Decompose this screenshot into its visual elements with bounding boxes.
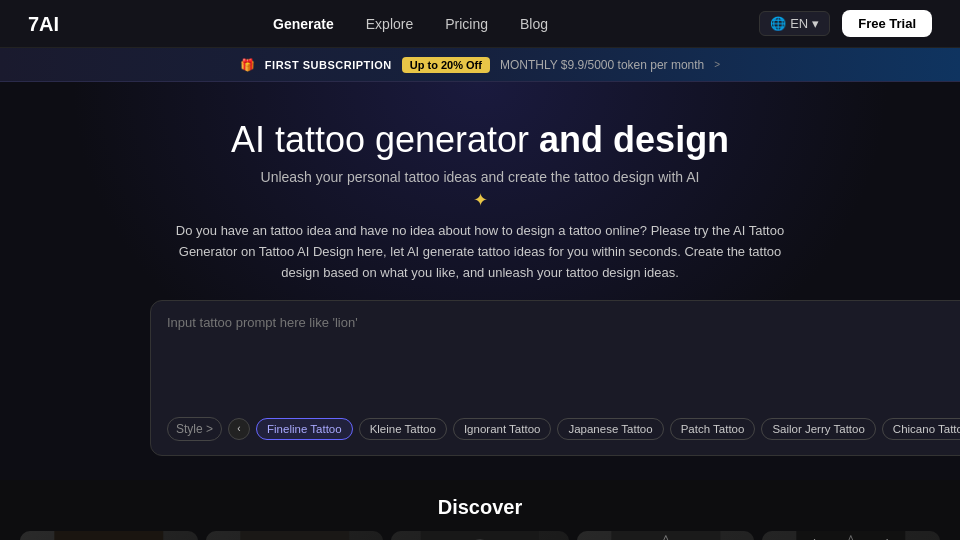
tattoo-woman-svg bbox=[577, 531, 755, 540]
chip-japanese[interactable]: Japanese Tattoo bbox=[557, 418, 663, 440]
tattoo-floral-arm-svg bbox=[206, 531, 384, 540]
tattoo-floral-back-svg bbox=[20, 531, 198, 540]
chip-ignorant[interactable]: Ignorant Tattoo bbox=[453, 418, 552, 440]
logo[interactable]: 7AI bbox=[28, 11, 62, 37]
globe-icon: 🌐 bbox=[770, 16, 786, 31]
nav-explore[interactable]: Explore bbox=[366, 16, 413, 32]
nav-generate[interactable]: Generate bbox=[273, 16, 334, 32]
style-chips-row: Style > ‹ Fineline Tattoo Kleine Tattoo … bbox=[167, 417, 960, 441]
lang-label: EN bbox=[790, 16, 808, 31]
tattoo-prompt-input[interactable] bbox=[167, 315, 960, 405]
sparkle-icon: ✦ bbox=[20, 189, 940, 211]
navbar: 7AI Generate Explore Pricing Blog 🌐 EN ▾… bbox=[0, 0, 960, 48]
gift-icon: 🎁 bbox=[240, 58, 255, 72]
svg-text:7AI: 7AI bbox=[28, 13, 59, 35]
chip-sailor-jerry[interactable]: Sailor Jerry Tattoo bbox=[761, 418, 875, 440]
promo-discount-badge: Up to 20% Off bbox=[402, 57, 490, 73]
svg-rect-26 bbox=[421, 531, 539, 540]
chip-fineline[interactable]: Fineline Tattoo bbox=[256, 418, 353, 440]
promo-chevron-icon: > bbox=[714, 59, 720, 70]
svg-rect-14 bbox=[240, 531, 349, 540]
promo-monthly-text: MONTHLY $9.9/5000 token per month bbox=[500, 58, 704, 72]
svg-rect-1 bbox=[54, 531, 163, 540]
promo-banner[interactable]: 🎁 FIRST SUBSCRIPTION Up to 20% Off MONTH… bbox=[0, 48, 960, 82]
hero-description: Do you have an tattoo idea and have no i… bbox=[160, 221, 800, 283]
nav-links: Generate Explore Pricing Blog bbox=[273, 16, 548, 32]
gallery-grid bbox=[20, 531, 940, 540]
hero-title: AI tattoo generator and design bbox=[20, 118, 940, 161]
nav-right: 🌐 EN ▾ Free Trial bbox=[759, 10, 932, 37]
discover-section: Discover bbox=[0, 480, 960, 540]
hero-section: AI tattoo generator and design Unleash y… bbox=[0, 82, 960, 480]
chip-kleine[interactable]: Kleine Tattoo bbox=[359, 418, 447, 440]
gallery-item-2[interactable] bbox=[206, 531, 384, 540]
nav-pricing[interactable]: Pricing bbox=[445, 16, 488, 32]
generator-panel: Style > ‹ Fineline Tattoo Kleine Tattoo … bbox=[150, 300, 810, 456]
tattoo-bull-svg bbox=[762, 531, 940, 540]
free-trial-button[interactable]: Free Trial bbox=[842, 10, 932, 37]
logo-icon: 7AI bbox=[28, 11, 62, 37]
hero-subtitle: Unleash your personal tattoo ideas and c… bbox=[20, 169, 940, 185]
nav-blog[interactable]: Blog bbox=[520, 16, 548, 32]
style-label[interactable]: Style > bbox=[167, 417, 222, 441]
tattoo-mandala-svg bbox=[391, 531, 569, 540]
gallery-item-3[interactable] bbox=[391, 531, 569, 540]
gallery-item-4[interactable] bbox=[577, 531, 755, 540]
gallery-item-1[interactable] bbox=[20, 531, 198, 540]
gallery-item-5[interactable] bbox=[762, 531, 940, 540]
prompt-input-area: Style > ‹ Fineline Tattoo Kleine Tattoo … bbox=[150, 300, 960, 456]
chip-patch[interactable]: Patch Tattoo bbox=[670, 418, 756, 440]
chips-prev-button[interactable]: ‹ bbox=[228, 418, 250, 440]
discover-title: Discover bbox=[20, 496, 940, 519]
chip-chicano[interactable]: Chicano Tattoo bbox=[882, 418, 960, 440]
lang-selector[interactable]: 🌐 EN ▾ bbox=[759, 11, 830, 36]
chevron-down-icon: ▾ bbox=[812, 16, 819, 31]
promo-first-sub: FIRST SUBSCRIPTION bbox=[265, 59, 392, 71]
